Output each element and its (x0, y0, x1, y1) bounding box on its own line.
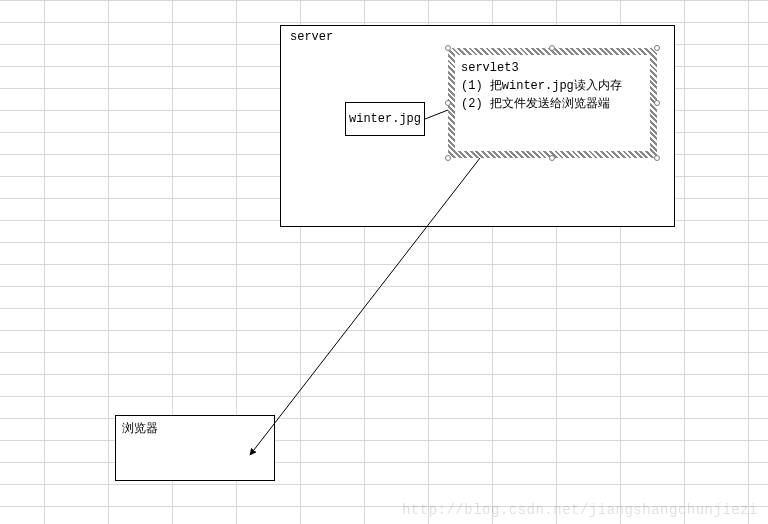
resize-handle[interactable] (654, 155, 660, 161)
resize-handle[interactable] (445, 100, 451, 106)
file-label: winter.jpg (349, 112, 421, 126)
resize-handle[interactable] (549, 45, 555, 51)
watermark: http://blog.csdn.net/jiangshangchunjiezi (402, 502, 758, 518)
browser-label: 浏览器 (122, 421, 158, 435)
servlet-line2: (2) 把文件发送给浏览器端 (461, 95, 644, 113)
resize-handle[interactable] (445, 45, 451, 51)
browser-box: 浏览器 (115, 415, 275, 481)
servlet-line1: (1) 把winter.jpg读入内存 (461, 77, 644, 95)
servlet-title: servlet3 (461, 59, 644, 77)
resize-handle[interactable] (654, 100, 660, 106)
resize-handle[interactable] (549, 155, 555, 161)
resize-handle[interactable] (654, 45, 660, 51)
file-box: winter.jpg (345, 102, 425, 136)
server-label: server (290, 30, 333, 44)
resize-handle[interactable] (445, 155, 451, 161)
servlet-box[interactable]: servlet3 (1) 把winter.jpg读入内存 (2) 把文件发送给浏… (455, 55, 650, 151)
